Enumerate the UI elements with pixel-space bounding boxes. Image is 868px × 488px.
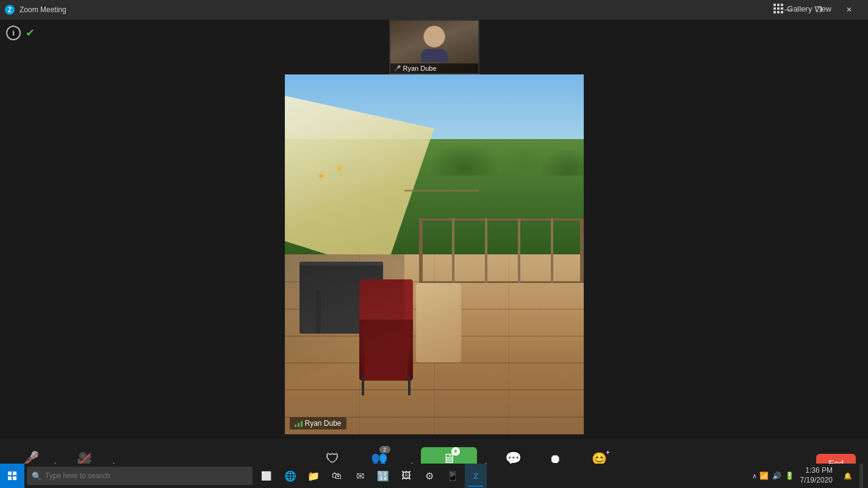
- task-view-button[interactable]: ⬜: [255, 464, 277, 488]
- gallery-view-button[interactable]: Gallery View: [773, 4, 831, 13]
- windows-logo-icon: [8, 472, 16, 480]
- photos-taskbar-icon[interactable]: 🖼: [395, 464, 417, 488]
- signal-strength-icon: [295, 420, 303, 427]
- start-button[interactable]: [0, 464, 24, 488]
- phone-taskbar-icon[interactable]: 📱: [442, 464, 464, 488]
- systray-expand-icon[interactable]: ∧: [752, 472, 757, 480]
- deck-scene-bg: [285, 74, 584, 434]
- zoom-taskbar-icon[interactable]: Z: [465, 464, 487, 488]
- shield-check-icon: ✔: [26, 26, 35, 40]
- participant-thumbnail[interactable]: 🎤 Ryan Dube: [389, 20, 479, 74]
- deck-chair-right: [416, 283, 461, 362]
- explorer-taskbar-icon[interactable]: 📁: [303, 464, 325, 488]
- taskbar-active-indicator: [468, 486, 483, 487]
- search-input[interactable]: [45, 472, 248, 480]
- systray-icons: 📶 🔊 🔋: [759, 472, 794, 480]
- participant-name: Ryan Dube: [403, 65, 437, 72]
- calc-taskbar-icon[interactable]: 🔢: [372, 464, 394, 488]
- gallery-view-icon: [773, 4, 783, 13]
- speaker-icon: 🔊: [772, 472, 781, 480]
- participants-badge: 2: [379, 446, 390, 453]
- windows-taskbar: 🔍 ⬜ 🌐 📁 🛍 ✉ 🔢 🖼 ⚙ 📱 Z ∧ 📶 🔊 🔋 1:36 PM 7/…: [0, 464, 868, 488]
- mail-taskbar-icon[interactable]: ✉: [349, 464, 371, 488]
- taskbar-search[interactable]: 🔍: [27, 467, 253, 485]
- time-display: 1:36 PM: [805, 466, 833, 476]
- string-lights: [320, 175, 322, 177]
- left-overlay: ℹ ✔: [6, 26, 35, 40]
- main-content: ℹ ✔ 🎤 Ryan Dube: [0, 20, 868, 439]
- action-center-icon[interactable]: 🔔: [839, 464, 857, 488]
- close-button[interactable]: ✕: [835, 0, 863, 20]
- store-taskbar-icon[interactable]: 🛍: [326, 464, 348, 488]
- video-name-bar: Ryan Dube: [290, 417, 346, 429]
- settings-taskbar-icon[interactable]: ⚙: [418, 464, 440, 488]
- info-icon: ℹ: [6, 26, 21, 40]
- title-bar: Z Zoom Meeting Gallery View — ❐ ✕: [0, 0, 868, 20]
- show-desktop-button[interactable]: [859, 464, 863, 488]
- taskbar-icons: 🌐 📁 🛍 ✉ 🔢 🖼 ⚙ 📱 Z: [279, 464, 487, 488]
- clock[interactable]: 1:36 PM 7/19/2020: [797, 466, 836, 485]
- date-display: 7/19/2020: [800, 476, 833, 486]
- battery-icon: 🔋: [785, 472, 794, 480]
- main-video: Ryan Dube: [285, 74, 584, 434]
- title-bar-left: Z Zoom Meeting: [5, 5, 66, 15]
- network-icon: 📶: [759, 472, 769, 480]
- video-person-name: Ryan Dube: [305, 419, 342, 428]
- title-bar-title: Zoom Meeting: [20, 5, 66, 14]
- zoom-logo-icon: Z: [5, 5, 15, 15]
- systray: ∧ 📶 🔊 🔋 1:36 PM 7/19/2020 🔔: [752, 464, 868, 488]
- gallery-view-label: Gallery View: [787, 4, 831, 13]
- edge-taskbar-icon[interactable]: 🌐: [279, 464, 301, 488]
- participant-name-bar: 🎤 Ryan Dube: [390, 63, 478, 73]
- participant-mic-icon: 🎤: [394, 65, 401, 71]
- search-icon: 🔍: [32, 472, 41, 481]
- deck-chair-left: [359, 279, 413, 380]
